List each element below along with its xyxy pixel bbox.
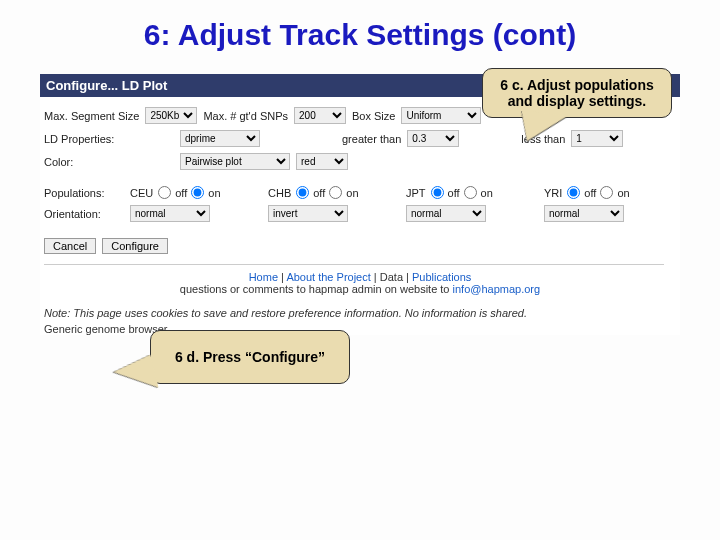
on-text: on <box>208 187 220 199</box>
color-palette-select[interactable]: red <box>296 153 348 170</box>
orient-ceu-select[interactable]: normal <box>130 205 210 222</box>
jpt-off-radio[interactable] <box>431 186 444 199</box>
max-segment-select[interactable]: 250Kb <box>145 107 197 124</box>
on-text: on <box>617 187 629 199</box>
row-populations: Populations: CEU off on CHB off on <box>44 186 676 199</box>
contact-text: questions or comments to hapmap admin on… <box>180 283 453 295</box>
row-buttons: Cancel Configure <box>44 238 676 254</box>
ld-properties-select[interactable]: dprime <box>180 130 260 147</box>
footer-gb: Generic genome browser <box>44 323 664 335</box>
footer-links: Home | About the Project | Data | Public… <box>44 271 676 283</box>
orientation-label: Orientation: <box>44 208 124 220</box>
pop-chb: CHB off on <box>268 186 400 199</box>
ceu-on-radio[interactable] <box>191 186 204 199</box>
callout-6d: 6 d. Press “Configure” <box>150 330 350 384</box>
link-about[interactable]: About the Project <box>286 271 370 283</box>
gt-label: greater than <box>342 133 401 145</box>
row-color: Color: Pairwise plot red <box>44 153 676 170</box>
pop-yri-label: YRI <box>544 187 562 199</box>
footer-contact: questions or comments to hapmap admin on… <box>44 283 676 295</box>
pop-chb-label: CHB <box>268 187 291 199</box>
page-title: 6: Adjust Track Settings (cont) <box>40 18 680 52</box>
populations-label: Populations: <box>44 187 124 199</box>
off-text: off <box>448 187 460 199</box>
max-snps-label: Max. # gt'd SNPs <box>203 110 288 122</box>
max-segment-label: Max. Segment Size <box>44 110 139 122</box>
callout-6c: 6 c. Adjust populations and display sett… <box>482 68 672 118</box>
pop-jpt: JPT off on <box>406 186 538 199</box>
row-ld-properties: LD Properties: dprime greater than 0.3 l… <box>44 130 676 147</box>
pop-yri: YRI off on <box>544 186 676 199</box>
link-publications[interactable]: Publications <box>412 271 471 283</box>
ceu-off-radio[interactable] <box>158 186 171 199</box>
contact-email[interactable]: info@hapmap.org <box>453 283 541 295</box>
link-home[interactable]: Home <box>249 271 278 283</box>
orient-jpt-select[interactable]: normal <box>406 205 486 222</box>
off-text: off <box>313 187 325 199</box>
ld-properties-label: LD Properties: <box>44 133 174 145</box>
off-text: off <box>584 187 596 199</box>
box-size-label: Box Size <box>352 110 395 122</box>
on-text: on <box>346 187 358 199</box>
pop-ceu: CEU off on <box>130 186 262 199</box>
row-orientation: Orientation: normal invert normal normal <box>44 205 676 222</box>
box-size-select[interactable]: Uniform <box>401 107 481 124</box>
color-label: Color: <box>44 156 174 168</box>
jpt-on-radio[interactable] <box>464 186 477 199</box>
footer-note: Note: This page uses cookies to save and… <box>44 307 664 319</box>
chb-off-radio[interactable] <box>296 186 309 199</box>
configure-button[interactable]: Configure <box>102 238 168 254</box>
pop-ceu-label: CEU <box>130 187 153 199</box>
off-text: off <box>175 187 187 199</box>
pop-jpt-label: JPT <box>406 187 426 199</box>
on-text: on <box>481 187 493 199</box>
cancel-button[interactable]: Cancel <box>44 238 96 254</box>
link-data[interactable]: Data <box>380 271 403 283</box>
orient-yri-select[interactable]: normal <box>544 205 624 222</box>
color-scheme-select[interactable]: Pairwise plot <box>180 153 290 170</box>
separator <box>44 264 664 265</box>
chb-on-radio[interactable] <box>329 186 342 199</box>
gt-select[interactable]: 0.3 <box>407 130 459 147</box>
yri-off-radio[interactable] <box>567 186 580 199</box>
yri-on-radio[interactable] <box>600 186 613 199</box>
max-snps-select[interactable]: 200 <box>294 107 346 124</box>
lt-select[interactable]: 1 <box>571 130 623 147</box>
orient-chb-select[interactable]: invert <box>268 205 348 222</box>
